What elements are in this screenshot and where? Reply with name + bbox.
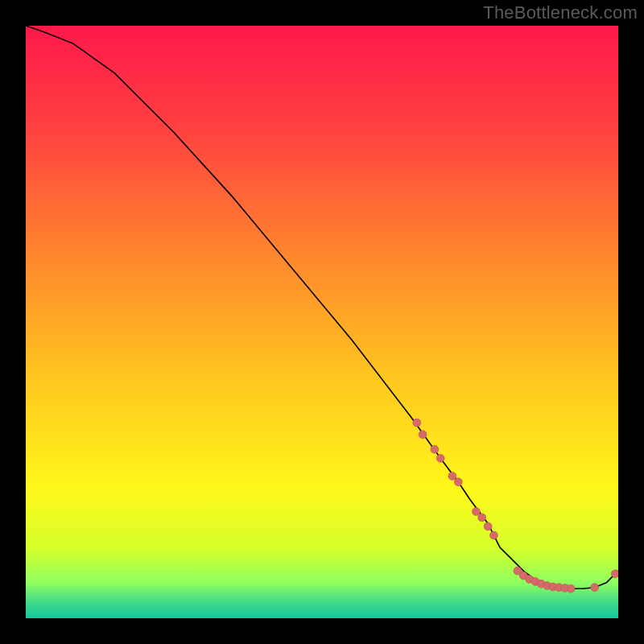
data-point	[472, 508, 480, 516]
watermark-text: TheBottleneck.com	[483, 2, 638, 23]
heatmap-background	[26, 26, 618, 618]
data-point	[567, 584, 575, 592]
data-point	[436, 454, 444, 462]
data-point	[419, 431, 427, 439]
data-point	[489, 531, 497, 539]
data-point	[454, 478, 462, 486]
data-point	[484, 522, 492, 530]
data-point	[478, 514, 486, 522]
bottleneck-chart	[26, 26, 618, 618]
data-point	[431, 445, 439, 453]
data-point	[611, 570, 618, 578]
data-point	[591, 584, 599, 592]
data-point	[448, 472, 456, 480]
data-point	[413, 419, 421, 427]
